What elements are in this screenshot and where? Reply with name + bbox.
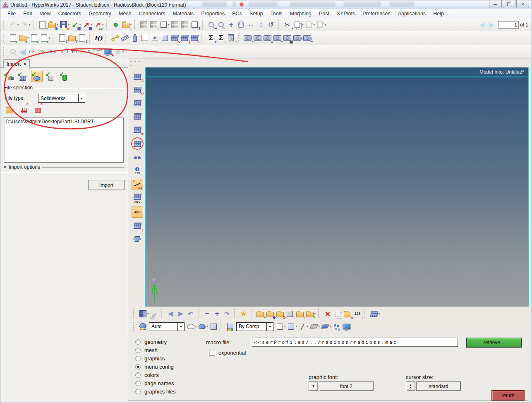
- import-bom-button[interactable]: ↙: [59, 71, 70, 82]
- mass-properties-button[interactable]: [130, 33, 140, 43]
- 3d-elements-button[interactable]: [320, 321, 330, 331]
- new-template-button[interactable]: Σ: [57, 33, 67, 43]
- view-front-button[interactable]: YX→: [38, 47, 49, 57]
- export-ppt-button[interactable]: ↗PPT: [93, 20, 103, 30]
- circle-zoom-button[interactable]: [216, 20, 226, 30]
- keyboard-map-button[interactable]: ?: [190, 20, 200, 30]
- menu-item-setup[interactable]: Setup: [246, 10, 267, 17]
- page-number-input[interactable]: [498, 21, 519, 29]
- macro-file-input[interactable]: <<serProfiles/../radioss/radioss.mac: [252, 338, 458, 347]
- run-report-button[interactable]: ►: [29, 33, 39, 43]
- open-model-button[interactable]: ◆: [47, 20, 57, 30]
- dynamic-rotate-button[interactable]: ↺: [266, 20, 276, 30]
- import-geometry-button[interactable]: ↙: [31, 71, 43, 82]
- page-back-button[interactable]: ◀: [477, 20, 487, 30]
- system-collector-button[interactable]: ↑: [285, 309, 295, 319]
- return-button[interactable]: return: [491, 390, 525, 401]
- panels-button[interactable]: [138, 309, 148, 319]
- shaded-geometry-button[interactable]: [197, 321, 207, 331]
- graphic-font-value[interactable]: font 2: [319, 381, 374, 391]
- cursor-size-value[interactable]: standard: [416, 381, 461, 391]
- export-solver-deck-button[interactable]: ↗▦: [81, 20, 91, 30]
- material-collector-button[interactable]: ◆: [265, 309, 275, 319]
- menu-item-bcs[interactable]: BCs: [228, 10, 246, 17]
- radio-mesh[interactable]: mesh: [135, 346, 176, 354]
- import-options-header[interactable]: « Import options: [4, 164, 125, 170]
- viewport-canvas[interactable]: Y: [146, 77, 528, 307]
- performance-graphics-button[interactable]: [342, 321, 352, 331]
- redo-view-button[interactable]: ↷: [222, 309, 232, 319]
- radio-menu-config[interactable]: menu config: [135, 362, 176, 371]
- pan-button[interactable]: [236, 20, 246, 30]
- capture-save-button[interactable]: ▪: [242, 33, 252, 43]
- record-region-button[interactable]: ┄: [302, 33, 312, 43]
- import-button[interactable]: Import: [88, 180, 125, 190]
- remove-all-files-button[interactable]: ×: [33, 105, 43, 115]
- close-button[interactable]: ×: [516, 0, 529, 8]
- wireframe-elements-button[interactable]: [275, 321, 285, 331]
- split-page-button[interactable]: [180, 20, 190, 30]
- radio-page-names[interactable]: page names: [135, 379, 176, 387]
- measure-distance-button[interactable]: [110, 33, 120, 43]
- summation-button[interactable]: Σ●: [206, 33, 216, 43]
- favorites-button[interactable]: ★: [239, 309, 249, 319]
- zoom-in-button[interactable]: +: [206, 20, 216, 30]
- sort-labels-icon[interactable]: ↓ABC: [132, 206, 143, 218]
- import-connectors-button[interactable]: ↙: [46, 71, 56, 82]
- menu-item-collectors[interactable]: Collectors: [55, 10, 85, 17]
- menu-item-view[interactable]: View: [36, 10, 55, 17]
- features-icon[interactable]: [132, 98, 143, 108]
- spin-zoom-button[interactable]: [8, 47, 18, 57]
- redo-button[interactable]: ↷: [19, 20, 29, 30]
- paste-button[interactable]: [304, 20, 314, 30]
- next-panel-button[interactable]: ▶: [176, 309, 186, 319]
- capture-window-button[interactable]: □: [252, 33, 262, 43]
- delete-button[interactable]: ×: [323, 309, 333, 319]
- import-model-button[interactable]: ↙: [4, 71, 14, 82]
- tab-close-icon[interactable]: ×: [24, 61, 26, 67]
- menu-item-post[interactable]: Post: [315, 10, 333, 17]
- menu-item-file[interactable]: File: [4, 10, 19, 17]
- menu-item-connectors[interactable]: Connectors: [135, 10, 169, 17]
- expression-builder-button[interactable]: f(): [93, 33, 103, 43]
- menu-item-morphing[interactable]: Morphing: [286, 10, 315, 17]
- import-mesh-button[interactable]: ↘: [170, 33, 180, 43]
- radio-graphics[interactable]: graphics: [135, 354, 176, 362]
- visual-solid-cube-button[interactable]: [160, 33, 170, 43]
- view-xy-plane-button[interactable]: Y↑X→: [28, 47, 38, 57]
- menu-item-help[interactable]: Help: [429, 10, 448, 17]
- menu-item-tools[interactable]: Tools: [267, 10, 286, 17]
- graphic-font-dropdown[interactable]: ▼: [309, 381, 318, 391]
- file-list[interactable]: C:\Users\Admin\Desktop\Part1.SLDPRT: [4, 118, 124, 163]
- faces-icon[interactable]: [132, 111, 143, 122]
- retrieve-button[interactable]: retrieve...: [466, 338, 522, 348]
- presentation-button[interactable]: ↷: [103, 47, 113, 57]
- open-report-button[interactable]: ►: [18, 33, 28, 43]
- cursor-size-stepper[interactable]: ▲▼: [406, 381, 415, 391]
- zoom-in-2-button[interactable]: +: [212, 309, 222, 319]
- menu-item-applications[interactable]: Applications: [394, 10, 429, 17]
- shaded-elements-button[interactable]: [286, 321, 296, 331]
- organize-button[interactable]: ↘: [343, 309, 352, 319]
- view-iso-button[interactable]: Y↑Z↑X→: [92, 47, 103, 57]
- new-session-button[interactable]: +: [37, 20, 47, 30]
- remove-file-button[interactable]: ×: [19, 105, 29, 115]
- toolbar-grip[interactable]: • • • •: [130, 60, 144, 68]
- delete-page-button[interactable]: ×: [149, 20, 158, 30]
- expand-page-button[interactable]: [158, 20, 168, 30]
- restore-button[interactable]: [503, 0, 515, 8]
- free-edges-icon[interactable]: ■: [132, 124, 143, 135]
- view-zy-plane-button[interactable]: Z↑Y→: [71, 47, 81, 57]
- new-report-button[interactable]: ►: [8, 33, 18, 43]
- component-collector-button[interactable]: ●: [255, 309, 265, 319]
- quick-calculator-button[interactable]: ▪: [226, 33, 236, 43]
- tab-import[interactable]: Import ×: [3, 59, 30, 69]
- 1d-elements-button[interactable]: ╱: [297, 321, 307, 331]
- cut-button[interactable]: ✂▪: [283, 20, 292, 30]
- radio-geometry[interactable]: geometry: [135, 338, 176, 346]
- geometry-shade-mode-icon[interactable]: [138, 321, 148, 331]
- element-color-select[interactable]: By Comp▼: [236, 322, 273, 331]
- fit-view-button[interactable]: +: [226, 20, 236, 30]
- menu-item-xyplots[interactable]: XYPlots: [333, 10, 359, 17]
- open-template-button[interactable]: Σ: [67, 33, 77, 43]
